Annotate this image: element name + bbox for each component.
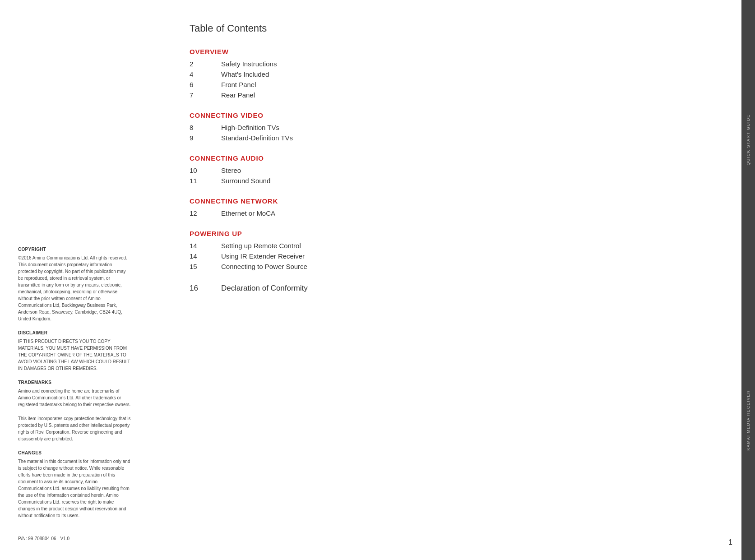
toc-item-number: 8 [190,124,221,131]
copyright-heading: COPYRIGHT [18,246,131,253]
part-number: P/N: 99-708804-06 - V1.0 [18,535,131,542]
toc-section-heading-connecting-audio: CONNECTING AUDIO [190,154,719,162]
toc-item: 2Safety Instructions [190,60,719,68]
copyright-section: COPYRIGHT ©2016 Amino Communications Ltd… [18,246,131,322]
changes-text: The material in this document is for inf… [18,458,131,519]
toc-section-heading-connecting-network: CONNECTING NETWORK [190,197,719,205]
toc-section-connecting-network: CONNECTING NETWORK12Ethernet or MoCA [190,197,719,217]
toc-item-label: What's Included [221,70,269,78]
trademarks-section: TRADEMARKS Amino and connecting the home… [18,379,131,408]
copyright-text: ©2016 Amino Communications Ltd. All righ… [18,255,131,322]
toc-item: 8High-Definition TVs [190,124,719,131]
toc-item-number: 14 [190,242,221,250]
toc-item-number: 14 [190,252,221,260]
toc-item-number: 15 [190,263,221,270]
toc-section-powering-up: POWERING UP14Setting up Remote Control14… [190,230,719,270]
disclaimer-section: DISCLAIMER IF THIS PRODUCT DIRECTS YOU T… [18,329,131,372]
trademarks-text: Amino and connecting the home are tradem… [18,388,131,408]
toc-declaration: 16 Declaration of Conformity [190,284,719,293]
page-number: 1 [728,538,732,546]
toc-section-overview: OVERVIEW2Safety Instructions4What's Incl… [190,48,719,99]
disclaimer-text: IF THIS PRODUCT DIRECTS YOU TO COPY MATE… [18,338,131,372]
toc-item: 10Stereo [190,167,719,174]
right-column: Table of Contents OVERVIEW2Safety Instru… [144,0,755,560]
toc-item-number: 11 [190,177,221,185]
toc-section-connecting-audio: CONNECTING AUDIO10Stereo11Surround Sound [190,154,719,185]
toc-item-number: 4 [190,70,221,78]
trademarks-heading: TRADEMARKS [18,379,131,386]
toc-section-connecting-video: CONNECTING VIDEO8High-Definition TVs9Sta… [190,111,719,142]
toc-item-label: Safety Instructions [221,60,277,68]
toc-item: 12Ethernet or MoCA [190,209,719,217]
toc-item-number: 12 [190,209,221,217]
toc-item-number: 7 [190,91,221,99]
side-tabs: QUICK START GUIDE KAMAI MEDIA RECEIVER [741,0,755,560]
copy-protection-section: This item incorporates copy protection t… [18,415,131,442]
toc-section-heading-powering-up: POWERING UP [190,230,719,237]
toc-item-label: Setting up Remote Control [221,242,301,250]
toc-item-label: Surround Sound [221,177,270,185]
toc-item-label: Connecting to Power Source [221,263,307,270]
toc-section-heading-overview: OVERVIEW [190,48,719,56]
toc-section-heading-connecting-video: CONNECTING VIDEO [190,111,719,119]
left-column: COPYRIGHT ©2016 Amino Communications Ltd… [0,0,144,560]
changes-section: CHANGES The material in this document is… [18,449,131,519]
toc-item-label: Rear Panel [221,91,255,99]
page-container: COPYRIGHT ©2016 Amino Communications Ltd… [0,0,755,560]
side-tab-quick-start: QUICK START GUIDE [741,0,755,280]
toc-item-number: 6 [190,81,221,88]
toc-item-number: 10 [190,167,221,174]
toc-item: 4What's Included [190,70,719,78]
toc-title: Table of Contents [190,23,719,34]
toc-item: 14Setting up Remote Control [190,242,719,250]
toc-item-label: High-Definition TVs [221,124,279,131]
changes-heading: CHANGES [18,449,131,456]
toc-item-number: 2 [190,60,221,68]
declaration-number: 16 [190,284,221,293]
side-tab-kamai: KAMAI MEDIA RECEIVER [741,280,755,560]
toc-sections: OVERVIEW2Safety Instructions4What's Incl… [190,48,719,270]
copy-protection-text: This item incorporates copy protection t… [18,415,131,442]
toc-item: 7Rear Panel [190,91,719,99]
toc-item-label: Using IR Extender Receiver [221,252,305,260]
toc-item: 14Using IR Extender Receiver [190,252,719,260]
toc-item-label: Ethernet or MoCA [221,209,275,217]
toc-item: 9Standard-Definition TVs [190,134,719,142]
toc-item-number: 9 [190,134,221,142]
toc-item-label: Stereo [221,167,241,174]
toc-item-label: Front Panel [221,81,256,88]
declaration-label: Declaration of Conformity [221,284,308,293]
toc-item-label: Standard-Definition TVs [221,134,293,142]
disclaimer-heading: DISCLAIMER [18,329,131,336]
toc-item: 11Surround Sound [190,177,719,185]
toc-item: 15Connecting to Power Source [190,263,719,270]
toc-item: 6Front Panel [190,81,719,88]
